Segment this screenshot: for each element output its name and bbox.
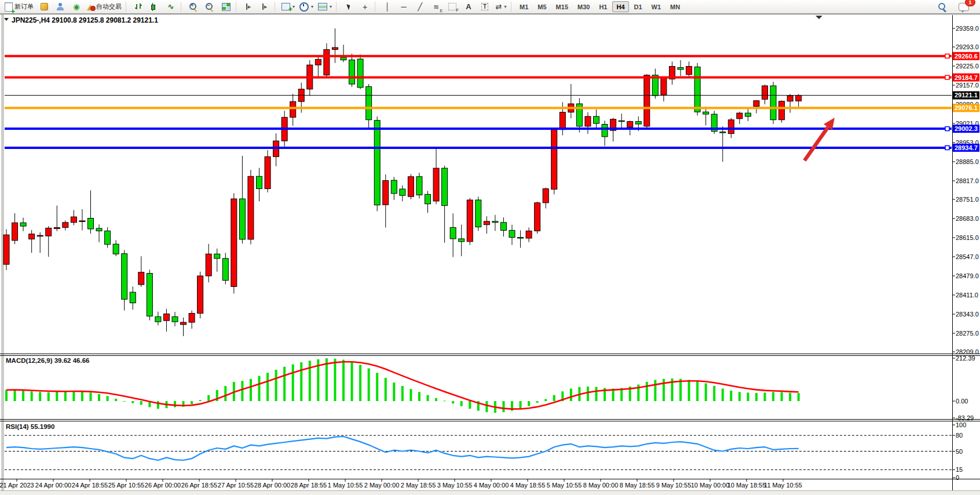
horizontal-line-button[interactable]: ─ — [396, 1, 412, 13]
candlestick-icon — [151, 3, 158, 11]
rsi-axis-label: 80 — [956, 432, 963, 439]
grid-button[interactable]: F — [444, 1, 460, 13]
macd-histogram-bar — [131, 401, 134, 403]
bar-chart-button[interactable] — [130, 1, 147, 13]
vertical-line-button[interactable]: │ — [379, 1, 396, 13]
cursor-icon — [346, 3, 351, 10]
timeframe-button-H1[interactable]: H1 — [595, 1, 611, 12]
bull-candle — [383, 181, 389, 205]
price-tick-label: 28343.0 — [956, 311, 979, 318]
macd-histogram-bar — [207, 395, 210, 401]
timeframe-button-M1[interactable]: M1 — [515, 1, 532, 12]
line-handle-marker[interactable] — [945, 75, 949, 79]
chart-shift-button[interactable]: ▸ — [257, 1, 273, 13]
cursor-button[interactable] — [341, 1, 357, 13]
fibonacci-button[interactable]: ≋E — [428, 1, 444, 13]
line-handle-marker[interactable] — [945, 145, 949, 150]
macd-histogram-bar — [798, 393, 800, 401]
macd-histogram-bar — [738, 392, 741, 401]
macd-histogram-bar — [444, 401, 446, 401]
timeframe-button-MN[interactable]: MN — [666, 1, 684, 12]
bull-candle — [627, 122, 633, 128]
grid-icon: F — [448, 3, 456, 10]
macd-histogram-bar — [502, 401, 504, 412]
toolbar-separator — [275, 2, 277, 12]
autotrading-button[interactable]: 自动交易 — [85, 1, 124, 13]
crosshair-icon: + — [363, 3, 367, 10]
macd-histogram-bar — [553, 395, 555, 401]
tile-windows-button[interactable] — [218, 1, 234, 13]
text-label-button[interactable]: T — [477, 1, 493, 13]
bull-candle — [467, 200, 473, 242]
time-tick-label: 11 May 10:55 — [764, 482, 802, 489]
price-tick-label: 28751.0 — [956, 196, 979, 203]
macd-histogram-bar — [679, 379, 682, 401]
macd-histogram-bar — [789, 393, 791, 401]
bear-candle — [122, 254, 127, 300]
bull-candle — [71, 217, 76, 223]
market-watch-icon — [57, 3, 64, 10]
time-tick-label: 8 May 18:55 — [620, 482, 655, 489]
toolbar-separator — [181, 2, 184, 12]
bear-candle — [400, 189, 405, 195]
line-handle-marker[interactable] — [945, 127, 949, 131]
templates-button[interactable]: ▾ — [316, 1, 334, 13]
trendline-button[interactable]: ╱ — [412, 1, 428, 13]
bar-chart-icon — [135, 3, 142, 10]
new-chart-icon — [281, 3, 290, 10]
bull-candle — [315, 59, 321, 65]
bull-candle — [332, 48, 338, 49]
bear-candle — [602, 124, 608, 136]
timeframe-button-M5[interactable]: M5 — [533, 1, 550, 12]
macd-axis-label: -83.29 — [956, 414, 974, 421]
line-chart-button[interactable]: ∿ — [163, 1, 179, 13]
bear-candle — [459, 239, 465, 242]
macd-histogram-bar — [90, 392, 92, 401]
text-label-icon: T — [481, 3, 488, 10]
chart-profiles-button[interactable] — [36, 1, 52, 13]
candlestick-chart-button[interactable] — [147, 1, 163, 13]
bear-candle — [105, 231, 111, 244]
bull-candle — [779, 101, 785, 120]
rsi-axis-label: 100 — [956, 421, 966, 428]
text-button[interactable]: A — [460, 1, 477, 13]
timeframe-button-H4[interactable]: H4 — [612, 1, 628, 12]
auto-scroll-button[interactable]: ▸ — [240, 1, 257, 13]
time-tick-label: 3 May 10:55 — [437, 482, 473, 489]
signals-button[interactable]: ◉ — [68, 1, 85, 13]
market-watch-button[interactable] — [52, 1, 68, 13]
zoom-in-button[interactable]: + — [185, 1, 202, 13]
price-tick-label: 28683.0 — [956, 215, 979, 222]
macd-histogram-bar — [174, 401, 176, 407]
crosshair-button[interactable]: + — [357, 1, 373, 13]
macd-histogram-bar — [31, 391, 33, 401]
bull-candle — [754, 101, 759, 107]
macd-histogram-bar — [72, 391, 75, 401]
zoom-out-button[interactable]: − — [202, 1, 218, 13]
search-button[interactable] — [934, 1, 950, 13]
bull-candle — [138, 272, 144, 285]
notifications-button[interactable]: 1 — [956, 1, 972, 13]
line-handle-marker[interactable] — [945, 54, 949, 58]
macd-histogram-bar — [123, 401, 126, 402]
timeframe-button-D1[interactable]: D1 — [630, 1, 646, 12]
shapes-button[interactable]: ⇄▾ — [493, 1, 509, 13]
line-chart-icon: ∿ — [168, 2, 174, 11]
tile-windows-icon — [222, 3, 231, 11]
rsi-axis-label: 50 — [956, 448, 963, 455]
timeframe-button-M15[interactable]: M15 — [552, 1, 572, 12]
new-order-button[interactable]: 新订单 — [2, 1, 36, 13]
bull-candle — [661, 77, 667, 95]
bear-candle — [416, 177, 422, 195]
macd-histogram-bar — [22, 391, 24, 401]
periods-button[interactable]: ▾ — [297, 1, 316, 13]
price-tick-label: 28275.0 — [956, 330, 979, 337]
price-chart[interactable]: 29359.029293.029225.029157.029089.029021… — [0, 0, 980, 495]
bear-candle — [88, 219, 94, 229]
new-chart-button[interactable]: ▾ — [279, 1, 297, 13]
price-line-badge-label: 28934.7 — [955, 144, 978, 151]
timeframe-button-W1[interactable]: W1 — [648, 1, 665, 12]
timeframe-button-M30[interactable]: M30 — [573, 1, 594, 12]
macd-histogram-bar — [485, 401, 488, 412]
time-tick-label: 9 May 10:55 — [656, 482, 692, 489]
